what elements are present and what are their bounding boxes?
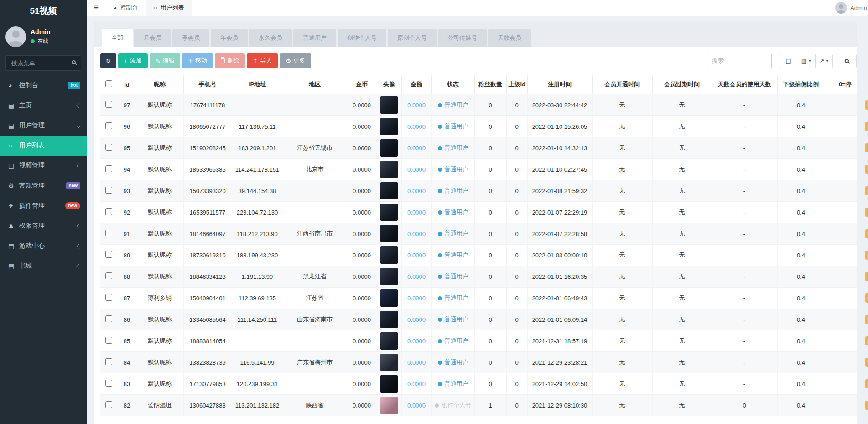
sidebar-item-permission-management[interactable]: ♟ 权限管理 bbox=[0, 216, 87, 236]
column-header[interactable]: 昵称 bbox=[136, 75, 183, 94]
filter-tab[interactable]: 普通用户 bbox=[293, 29, 336, 47]
row-checkbox[interactable] bbox=[105, 230, 112, 236]
cell-amount-link[interactable]: 0.0000 bbox=[407, 252, 426, 259]
row-checkbox[interactable] bbox=[105, 294, 112, 301]
filter-tab[interactable]: 季会员 bbox=[172, 29, 209, 47]
operate-button-clipped[interactable] bbox=[865, 293, 868, 303]
column-header[interactable]: 头像 bbox=[377, 75, 401, 94]
filter-tab[interactable]: 创作个人号 bbox=[338, 29, 386, 47]
table-row[interactable]: 97 默认昵称 17674111178 0.0000 0.0000 普通用户 0… bbox=[100, 94, 857, 116]
operate-button-clipped[interactable] bbox=[865, 315, 868, 324]
sidebar-item-video-management[interactable]: ▤ 视频管理 bbox=[0, 156, 87, 176]
filter-tab[interactable]: 原创个人号 bbox=[388, 29, 437, 47]
column-header[interactable]: 会员过期时间 bbox=[652, 75, 712, 94]
cell-amount-link[interactable]: 0.0000 bbox=[407, 102, 426, 109]
cell-amount-link[interactable]: 0.0000 bbox=[407, 209, 426, 216]
table-row[interactable]: 95 默认昵称 15190208245 183.209.1.201 江苏省无锡市… bbox=[100, 137, 857, 159]
row-checkbox[interactable] bbox=[105, 101, 112, 108]
table-row[interactable]: 88 默认昵称 18846334123 1.191.13.99 黑龙江省 0.0… bbox=[100, 266, 857, 288]
avatar-thumbnail[interactable] bbox=[380, 182, 398, 199]
column-header[interactable]: 金币 bbox=[347, 75, 377, 94]
table-row[interactable]: 83 默认昵称 17130779853 120.239.199.31 0.000… bbox=[100, 373, 857, 395]
select-all-checkbox[interactable] bbox=[105, 80, 112, 87]
avatar-thumbnail[interactable] bbox=[380, 96, 398, 114]
cell-amount-link[interactable]: 0.0000 bbox=[407, 166, 426, 173]
cell-amount-link[interactable]: 0.0000 bbox=[407, 273, 426, 280]
row-checkbox[interactable] bbox=[105, 337, 112, 344]
table-row[interactable]: 86 默认昵称 13345085564 111.14.250.111 山东省济南… bbox=[100, 309, 857, 330]
search-icon[interactable] bbox=[72, 60, 76, 64]
column-header[interactable]: 上级id bbox=[506, 75, 527, 94]
row-checkbox[interactable] bbox=[105, 208, 112, 215]
column-header[interactable]: 注册时间 bbox=[527, 75, 592, 94]
sidebar-search-input[interactable] bbox=[5, 55, 81, 71]
filter-tab[interactable]: 天数会员 bbox=[488, 29, 531, 47]
column-header[interactable]: 下级抽佣比例 bbox=[777, 75, 825, 94]
sidebar-item-dashboard[interactable]: ◕ 控制台 hot bbox=[0, 75, 87, 95]
avatar-thumbnail[interactable] bbox=[380, 289, 398, 307]
cell-amount-link[interactable]: 0.0000 bbox=[407, 295, 426, 302]
operate-button-clipped[interactable] bbox=[865, 358, 868, 367]
avatar-thumbnail[interactable] bbox=[380, 397, 398, 414]
table-row[interactable]: 92 默认昵称 16539511577 223.104.72.130 0.000… bbox=[100, 202, 857, 223]
cell-amount-link[interactable]: 0.0000 bbox=[407, 123, 426, 130]
column-header[interactable]: 粉丝数量 bbox=[474, 75, 506, 94]
more-button[interactable]: ⚙ 更多 bbox=[280, 53, 311, 68]
table-row[interactable]: 85 默认昵称 18883814054 0.0000 0.0000 普通用户 0… bbox=[100, 330, 857, 352]
move-button[interactable]: ✛ 移动 bbox=[182, 53, 213, 68]
column-header[interactable]: 手机号 bbox=[183, 75, 232, 94]
refresh-button[interactable]: ↻ bbox=[100, 53, 116, 68]
sidebar-item-user-list[interactable]: ○ 用户列表 bbox=[0, 136, 87, 156]
column-header[interactable]: 状态 bbox=[431, 75, 474, 94]
operate-button-clipped[interactable] bbox=[865, 143, 868, 152]
cell-amount-link[interactable]: 0.0000 bbox=[407, 145, 426, 152]
cell-amount-link[interactable]: 0.0000 bbox=[407, 188, 426, 194]
row-checkbox[interactable] bbox=[105, 401, 112, 408]
column-header[interactable]: IP地址 bbox=[232, 75, 283, 94]
row-checkbox[interactable] bbox=[105, 358, 112, 365]
sidebar-item-general-management[interactable]: ⚙ 常规管理 new bbox=[0, 176, 87, 196]
operate-button-clipped[interactable] bbox=[865, 401, 868, 410]
sidebar-item-user-management[interactable]: ▤ 用户管理 bbox=[0, 115, 87, 136]
avatar-thumbnail[interactable] bbox=[380, 246, 398, 264]
operate-button-clipped[interactable] bbox=[865, 379, 868, 388]
menu-toggle-icon[interactable]: ≡ bbox=[87, 0, 106, 16]
filter-tab[interactable]: 年会员 bbox=[211, 29, 248, 47]
columns-button[interactable]: ▦ ▾ bbox=[797, 54, 816, 68]
cell-amount-link[interactable]: 0.0000 bbox=[407, 316, 426, 323]
avatar-thumbnail[interactable] bbox=[380, 311, 398, 328]
operate-button-clipped[interactable] bbox=[865, 100, 868, 110]
avatar-thumbnail[interactable] bbox=[380, 354, 398, 371]
column-header[interactable]: 天数会员的使用天数 bbox=[712, 75, 777, 94]
sidebar-item-book-city[interactable]: ▤ 书城 bbox=[0, 256, 87, 276]
avatar-thumbnail[interactable] bbox=[380, 139, 398, 157]
operate-button-clipped[interactable] bbox=[865, 229, 868, 238]
sidebar-item-plugin-management[interactable]: ✈ 插件管理 new bbox=[0, 196, 87, 216]
operate-button-clipped[interactable] bbox=[865, 336, 868, 345]
operate-button-clipped[interactable] bbox=[865, 186, 868, 195]
sidebar-item-game-center[interactable]: ▤ 游戏中心 bbox=[0, 236, 87, 256]
operate-button-clipped[interactable] bbox=[865, 272, 868, 281]
column-header[interactable]: Id bbox=[118, 75, 136, 94]
delete-button[interactable]: 删除 bbox=[215, 53, 245, 68]
row-checkbox[interactable] bbox=[105, 165, 112, 172]
filter-tab[interactable]: 公司传媒号 bbox=[438, 29, 487, 47]
row-checkbox[interactable] bbox=[105, 122, 112, 129]
row-checkbox[interactable] bbox=[105, 251, 112, 258]
row-checkbox[interactable] bbox=[105, 380, 112, 387]
add-button[interactable]: + 添加 bbox=[118, 53, 148, 68]
cell-amount-link[interactable]: 0.0000 bbox=[407, 359, 426, 366]
column-header[interactable]: 0=停 bbox=[825, 75, 857, 94]
avatar-thumbnail[interactable] bbox=[380, 332, 398, 350]
cell-amount-link[interactable]: 0.0000 bbox=[407, 381, 426, 387]
operate-button-clipped[interactable] bbox=[865, 165, 868, 174]
row-checkbox[interactable] bbox=[105, 315, 112, 322]
cell-amount-link[interactable]: 0.0000 bbox=[407, 338, 426, 345]
avatar-thumbnail[interactable] bbox=[380, 204, 398, 221]
export-button[interactable]: ↗ ▾ bbox=[815, 54, 833, 68]
cell-amount-link[interactable]: 0.0000 bbox=[407, 230, 426, 237]
table-row[interactable]: 93 默认昵称 15073393320 39.144.154.38 0.0000… bbox=[100, 180, 857, 202]
row-checkbox[interactable] bbox=[105, 187, 112, 194]
table-row[interactable]: 87 薄利多销 15040904401 112.39.69.135 江苏省 0.… bbox=[100, 288, 857, 309]
topbar-user[interactable]: Admin bbox=[835, 0, 868, 16]
